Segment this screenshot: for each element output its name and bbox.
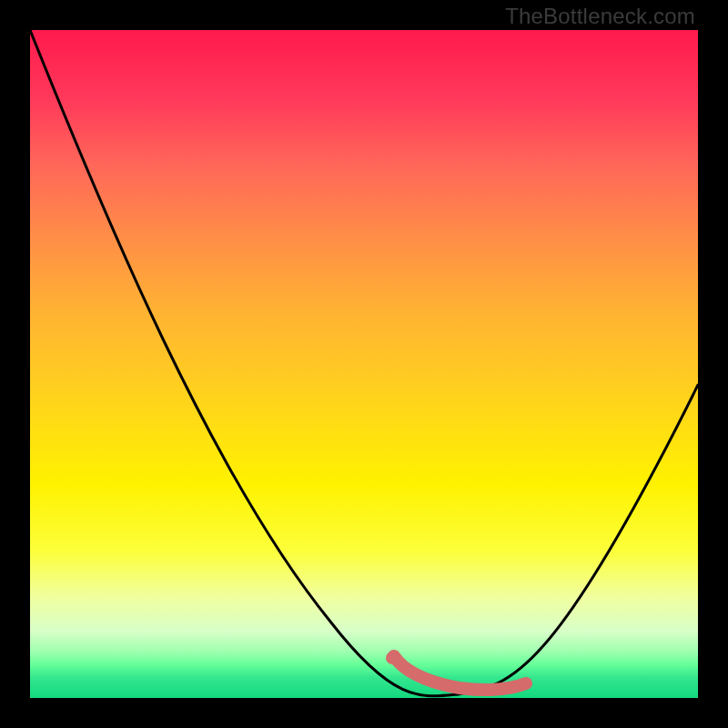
highlight-dot <box>386 652 399 664</box>
optimal-zone-highlight <box>394 656 526 690</box>
plot-area <box>30 30 698 698</box>
watermark-text: TheBottleneck.com <box>505 4 695 29</box>
bottleneck-curve-svg <box>30 30 698 698</box>
chart-frame: TheBottleneck.com <box>0 0 728 728</box>
bottleneck-curve-line <box>30 30 698 696</box>
